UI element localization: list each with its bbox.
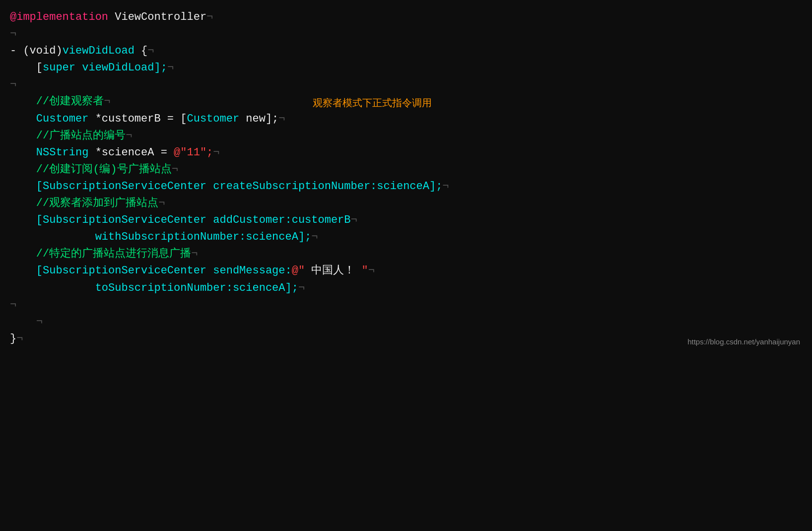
code-token <box>10 161 36 178</box>
code-token <box>10 128 36 144</box>
code-line: @implementation ViewController¬ <box>10 9 797 26</box>
code-line: [SubscriptionServiceCenter createSubscri… <box>10 178 797 195</box>
code-line: Customer *customerB = [Customer new];¬ <box>10 111 797 128</box>
code-token: [SubscriptionServiceCenter sendMessage: <box>36 263 292 279</box>
code-token <box>10 195 36 212</box>
code-token <box>10 178 36 195</box>
code-token: viewDidLoad]; <box>75 60 167 76</box>
code-token: @"11"; <box>174 144 213 161</box>
code-token <box>10 144 36 161</box>
code-token: @" <box>292 263 305 279</box>
code-token: *scienceA = <box>88 144 174 161</box>
code-token <box>10 229 95 246</box>
code-token: viewDidLoad <box>63 43 135 60</box>
code-token: ¬ <box>213 144 219 161</box>
code-token: ¬ <box>368 263 375 279</box>
code-token: ¬ <box>172 161 178 178</box>
code-token: toSubscriptionNumber:scienceA]; <box>95 280 298 297</box>
code-line: ¬ <box>10 76 797 93</box>
code-line: //观察者添加到广播站点¬ <box>10 195 797 212</box>
code-token: NSString <box>36 144 89 161</box>
code-token <box>10 93 36 110</box>
code-line: ¬ <box>10 26 797 43</box>
watermark: https://blog.csdn.net/yanhaijunyan <box>687 336 800 347</box>
code-token: { <box>135 43 147 60</box>
code-token: ¬ <box>298 280 305 297</box>
code-token <box>10 246 36 263</box>
code-token: //创建观察者 <box>36 93 104 110</box>
code-token: [SubscriptionServiceCenter createSubscri… <box>36 178 443 195</box>
code-line: withSubscriptionNumber:scienceA];¬ <box>10 229 797 246</box>
code-line: NSString *scienceA = @"11";¬ <box>10 144 797 161</box>
code-token: ¬ <box>351 212 357 229</box>
code-token: ¬ <box>206 9 213 26</box>
code-token: //特定的广播站点进行消息广播 <box>36 246 191 263</box>
code-token: new]; <box>239 111 278 128</box>
code-token: ¬ <box>36 314 43 331</box>
code-line: //创建订阅(编)号广播站点¬ <box>10 161 797 178</box>
code-token: ¬ <box>126 128 132 144</box>
code-line: [SubscriptionServiceCenter addCustomer:c… <box>10 212 797 229</box>
code-token: ¬ <box>278 111 285 128</box>
code-line: - (void)viewDidLoad {¬ <box>10 43 797 60</box>
code-line: toSubscriptionNumber:scienceA];¬ <box>10 280 797 297</box>
code-token: ¬ <box>442 178 449 195</box>
code-block: @implementation ViewController¬¬- (void)… <box>10 9 797 347</box>
code-token <box>10 60 36 76</box>
code-line: //特定的广播站点进行消息广播¬ <box>10 246 797 263</box>
code-token: ¬ <box>10 26 16 43</box>
code-token <box>10 212 36 229</box>
code-editor: 观察者模式下正式指令调用 @implementation ViewControl… <box>0 0 812 356</box>
code-token: ¬ <box>167 60 174 76</box>
code-token: [ <box>36 60 43 76</box>
code-token <box>10 111 36 128</box>
code-line: [super viewDidLoad];¬ <box>10 60 797 76</box>
code-token: ¬ <box>16 331 23 347</box>
code-token <box>10 280 95 297</box>
code-token: //观察者添加到广播站点 <box>36 195 158 212</box>
code-token: //创建订阅(编)号广播站点 <box>36 161 172 178</box>
code-token: Customer <box>187 111 239 128</box>
tooltip-label: 观察者模式下正式指令调用 <box>313 96 432 111</box>
code-line: //广播站点的编号¬ <box>10 128 797 144</box>
code-token: withSubscriptionNumber:scienceA]; <box>95 229 312 246</box>
code-token: } <box>10 331 16 347</box>
code-token: //广播站点的编号 <box>36 128 126 144</box>
code-token: @implementation <box>10 9 108 26</box>
code-line: }¬ <box>10 331 797 347</box>
code-token: ¬ <box>147 43 154 60</box>
code-token: ¬ <box>104 93 110 110</box>
code-token <box>10 263 36 279</box>
code-token: Customer <box>36 111 89 128</box>
code-token: " <box>362 263 368 279</box>
code-token: ViewController <box>108 9 206 26</box>
code-token: 中国人！ <box>305 263 361 279</box>
code-token: ¬ <box>191 246 198 263</box>
code-token: ¬ <box>311 229 318 246</box>
code-line: ¬ <box>10 314 797 331</box>
code-token: super <box>43 60 75 76</box>
code-line: [SubscriptionServiceCenter sendMessage:@… <box>10 263 797 279</box>
code-line: ¬ <box>10 297 797 314</box>
code-token: ¬ <box>158 195 165 212</box>
code-token: ¬ <box>10 76 16 93</box>
code-token: - (void) <box>10 43 63 60</box>
code-token <box>10 314 36 331</box>
code-token: ¬ <box>10 297 16 314</box>
code-token: [SubscriptionServiceCenter addCustomer:c… <box>36 212 351 229</box>
code-token: *customerB = [ <box>88 111 187 128</box>
